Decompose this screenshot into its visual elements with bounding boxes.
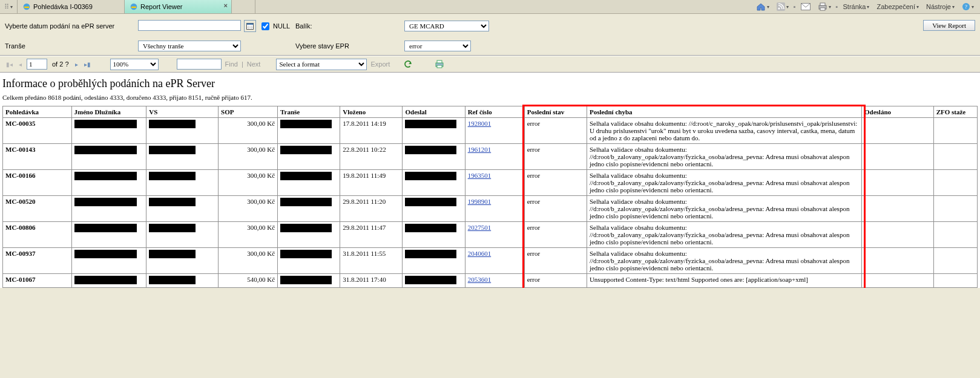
report-title: Informace o proběhlých podáních na ePR S… (2, 77, 978, 90)
new-tab-button[interactable] (232, 0, 255, 13)
cell-odeslano (862, 144, 934, 170)
param-transe-label: Tranše (5, 42, 138, 50)
cell-transe (278, 170, 340, 196)
cell-vlozeno: 29.8.2011 11:20 (340, 196, 403, 222)
cell-stav: error (524, 144, 587, 170)
null-checkbox[interactable] (261, 22, 269, 30)
cell-pohledavka: MC-00143 (3, 144, 72, 170)
cell-ref-link[interactable]: 2040601 (465, 248, 524, 274)
prev-page-icon[interactable]: ◂ (18, 61, 23, 68)
refresh-icon[interactable] (403, 59, 413, 69)
param-balik-select[interactable]: GE MCARD (404, 21, 489, 31)
cell-stav: error (524, 196, 587, 222)
col-stav: Poslední stav (524, 106, 587, 118)
last-page-icon[interactable]: ▸▮ (83, 61, 92, 68)
col-ref: Ref číslo (465, 106, 524, 118)
print-icon[interactable] (435, 59, 444, 69)
cell-ref-link[interactable]: 2053601 (465, 274, 524, 288)
cell-vs (146, 248, 219, 274)
cell-transe (278, 118, 340, 144)
cell-jmeno (71, 248, 146, 274)
cell-vs (146, 144, 219, 170)
svg-rect-17 (437, 65, 442, 68)
home-icon[interactable]: ▾ (754, 2, 772, 11)
param-stavy-select[interactable]: error (404, 41, 471, 51)
tools-menu[interactable]: Nástroje▾ (924, 3, 957, 10)
cell-odeslano (862, 222, 934, 248)
cell-odeslal (403, 144, 465, 170)
calendar-icon[interactable] (244, 20, 256, 32)
mail-icon[interactable] (798, 3, 813, 10)
cell-pohledavka: MC-00937 (3, 248, 72, 274)
svg-rect-7 (820, 8, 825, 10)
cell-jmeno (71, 222, 146, 248)
find-next-link[interactable]: Next (247, 60, 261, 68)
reportviewer-toolbar: ▮◂ ◂ of 2 ? ▸ ▸▮ 100% Find | Next Select… (0, 56, 980, 73)
param-transe-select[interactable]: Všechny tranše (138, 41, 241, 51)
cell-vlozeno: 17.8.2011 14:19 (340, 118, 403, 144)
cell-sop: 300,00 Kč (219, 248, 278, 274)
zoom-select[interactable]: 100% (110, 59, 159, 70)
cell-pohledavka: MC-00806 (3, 222, 72, 248)
col-chyba: Poslední chyba (587, 106, 861, 118)
col-sop: SOP (219, 106, 278, 118)
report-table: Pohledávka Jméno Dlužníka VS SOP Tranše … (2, 106, 978, 288)
security-menu[interactable]: Zabezpečení▾ (874, 3, 921, 10)
current-page-input[interactable] (27, 59, 47, 70)
cell-jmeno (71, 118, 146, 144)
col-jmeno: Jméno Dlužníka (71, 106, 146, 118)
cell-ref-link[interactable]: 1963501 (465, 170, 524, 196)
table-row: MC-00806300,00 Kč29.8.2011 11:472027501e… (3, 222, 978, 248)
first-page-icon[interactable]: ▮◂ (5, 61, 14, 68)
cell-odeslal (403, 118, 465, 144)
feeds-icon[interactable]: ▾ (774, 2, 791, 11)
cell-ref-link[interactable]: 1961201 (465, 144, 524, 170)
export-link[interactable]: Export (370, 60, 390, 68)
cell-zfo (933, 274, 977, 288)
find-link[interactable]: Find (225, 60, 238, 68)
cell-pohledavka: MC-00520 (3, 196, 72, 222)
param-null-checkbox[interactable]: NULL (259, 21, 295, 32)
col-vlozeno: Vloženo (340, 106, 403, 118)
cell-ref-link[interactable]: 1998901 (465, 196, 524, 222)
print-icon[interactable]: ▾ (815, 2, 834, 11)
cell-odeslal (403, 170, 465, 196)
cell-odeslal (403, 248, 465, 274)
help-icon[interactable]: ?▾ (959, 2, 976, 11)
cell-transe (278, 222, 340, 248)
col-vs: VS (146, 106, 219, 118)
cell-vs (146, 196, 219, 222)
param-balik-label: Balík: (295, 22, 404, 30)
cell-odeslano (862, 274, 934, 288)
cell-vs (146, 170, 219, 196)
cell-zfo (933, 248, 977, 274)
cell-vs (146, 118, 219, 144)
col-zfo: ZFO staže (933, 106, 977, 118)
cell-chyba: Selhala validace obsahu dokumentu: //d:r… (587, 196, 861, 222)
param-date-input[interactable] (138, 20, 241, 31)
cell-chyba: Selhala validace obsahu dokumentu: //d:r… (587, 170, 861, 196)
find-input[interactable] (177, 59, 222, 70)
cell-chyba: Selhala validace obsahu dokumentu: //d:r… (587, 118, 861, 144)
col-odeslal: Odeslal (403, 106, 465, 118)
cell-sop: 300,00 Kč (219, 144, 278, 170)
page-menu[interactable]: Stránka▾ (841, 3, 872, 10)
cell-zfo (933, 118, 977, 144)
tabstrip-grip-icon[interactable]: ⠿▾ (0, 0, 18, 13)
cell-chyba: Selhala validace obsahu dokumentu: //d:r… (587, 222, 861, 248)
cell-zfo (933, 170, 977, 196)
export-format-select[interactable]: Select a format (276, 59, 367, 70)
cell-stav: error (524, 274, 587, 288)
cell-sop: 300,00 Kč (219, 222, 278, 248)
tab-report-viewer[interactable]: Report Viewer × (125, 0, 232, 13)
cell-ref-link[interactable]: 1928001 (465, 118, 524, 144)
close-icon[interactable]: × (224, 2, 228, 9)
tab-pohledavka[interactable]: Pohledávka I-00369 (18, 0, 125, 13)
view-report-button[interactable]: View Report (923, 20, 975, 31)
cell-pohledavka: MC-01067 (3, 274, 72, 288)
next-page-icon[interactable]: ▸ (74, 61, 79, 68)
svg-rect-11 (247, 24, 254, 25)
cell-ref-link[interactable]: 2027501 (465, 222, 524, 248)
tab-label: Report Viewer (140, 3, 183, 10)
svg-text:?: ? (965, 4, 967, 10)
